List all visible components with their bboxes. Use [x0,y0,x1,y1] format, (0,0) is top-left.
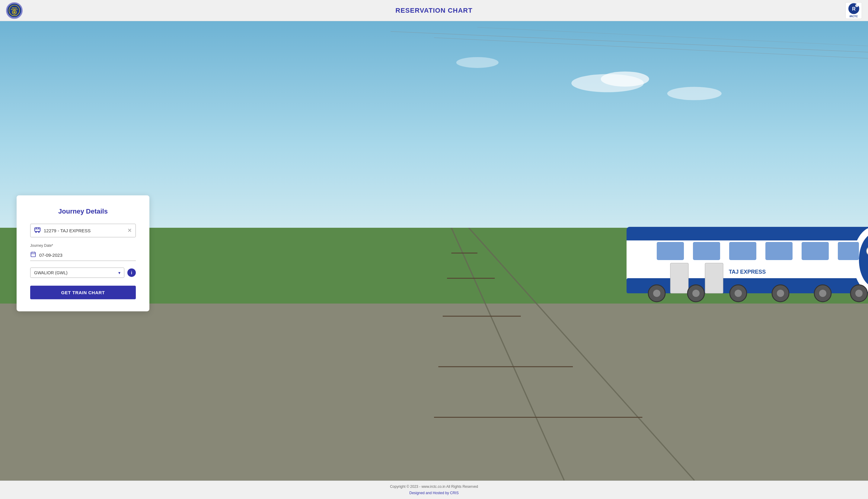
svg-line-21 [477,27,868,46]
svg-rect-44 [670,263,689,293]
journey-date-input[interactable] [39,252,136,257]
get-train-chart-button[interactable]: GET TRAIN CHART [30,285,136,299]
svg-rect-23 [0,304,868,480]
irctc-logo-circle: R i [848,3,859,14]
station-select[interactable]: GWALIOR (GWL) NEW DELHI (NDLS) AGRA CANT… [34,270,118,275]
train-image: TAJ EXPRESS [612,191,868,312]
page-title: RESERVATION CHART [395,7,472,14]
svg-rect-40 [729,242,756,260]
footer: Copyright © 2023 - www.irctc.co.in All R… [0,480,868,499]
svg-point-53 [734,290,742,297]
svg-point-18 [456,57,499,68]
svg-rect-69 [31,252,36,257]
info-icon[interactable]: i [127,268,136,277]
station-dropdown-container[interactable]: GWALIOR (GWL) NEW DELHI (NDLS) AGRA CANT… [30,267,124,278]
svg-rect-45 [705,263,723,293]
irctc-logo-container: R i IRCTC [845,2,862,19]
svg-rect-34 [627,238,868,241]
svg-rect-42 [802,242,829,260]
svg-rect-61 [35,228,40,231]
svg-rect-41 [765,242,793,260]
irctc-label: IRCTC [850,15,858,18]
calendar-icon [30,251,36,258]
train-input-container[interactable]: ✕ [30,223,136,237]
station-select-group: GWALIOR (GWL) NEW DELHI (NDLS) AGRA CANT… [30,267,136,278]
svg-point-16 [601,72,649,87]
svg-text:R: R [852,7,856,11]
date-input-container[interactable] [30,249,136,261]
header: INDIAN RAILWAYS सत्यमेव जयते RESERVATION… [0,0,868,21]
svg-point-57 [819,290,826,297]
svg-text:सत्यमेव जयते: सत्यमेव जयते [12,15,16,16]
indian-railways-logo: INDIAN RAILWAYS सत्यमेव जयते [6,2,23,19]
journey-form-card: Journey Details ✕ Journey Date* [16,195,149,311]
svg-point-17 [667,87,722,100]
irctc-logo: R i IRCTC [845,2,862,19]
svg-point-59 [855,290,863,297]
svg-point-49 [653,290,661,297]
main-content: TAJ EXPRESS Journey Details ✕ [0,21,868,480]
train-icon [34,226,41,234]
svg-line-20 [434,38,868,58]
dropdown-arrow-icon: ▾ [118,270,121,275]
svg-text:i: i [857,5,857,7]
svg-rect-39 [693,242,720,260]
train-number-input[interactable] [44,228,127,233]
svg-rect-38 [657,242,684,260]
designed-by-link[interactable]: Designed and Hosted by CRIS [409,491,458,495]
svg-rect-43 [838,242,859,260]
date-field-group: Journey Date* [30,243,136,261]
clear-train-icon[interactable]: ✕ [127,227,132,234]
ir-logo-container: INDIAN RAILWAYS सत्यमेव जयते [6,2,23,19]
svg-point-51 [692,290,700,297]
form-title: Journey Details [30,207,136,215]
svg-point-55 [777,290,784,297]
copyright-text: Copyright © 2023 - www.irctc.co.in All R… [4,485,864,489]
date-label: Journey Date* [30,243,136,247]
svg-text:TAJ EXPRESS: TAJ EXPRESS [729,269,766,275]
